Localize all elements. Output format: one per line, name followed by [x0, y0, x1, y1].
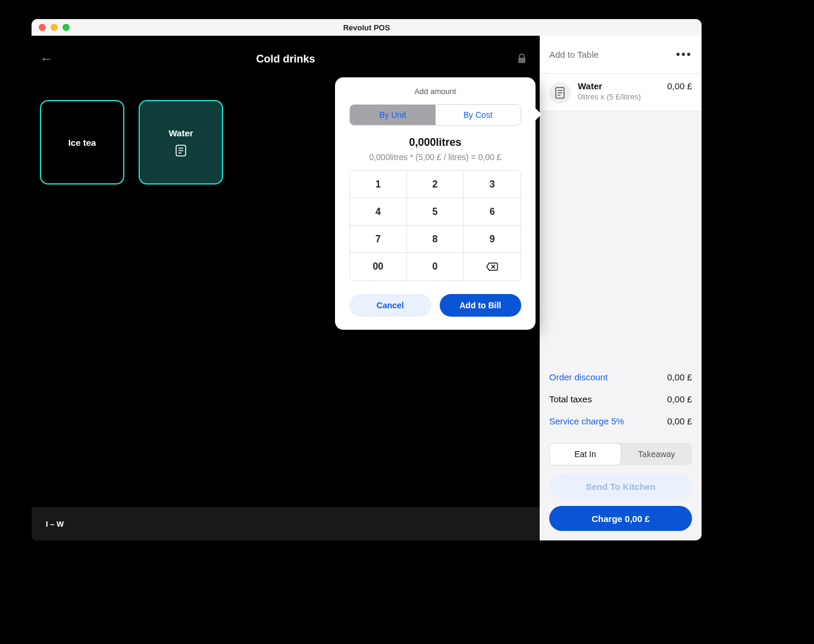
titlebar: Revolut POS	[32, 19, 702, 36]
filter-bar: I – W	[32, 507, 540, 540]
seg-eat-in[interactable]: Eat In	[549, 443, 621, 465]
add-amount-popover: Add amount By Unit By Cost 0,000litres 0…	[335, 77, 536, 330]
tab-by-unit[interactable]: By Unit	[350, 105, 436, 125]
note-icon	[174, 144, 187, 157]
key-5[interactable]: 5	[407, 198, 464, 226]
add-to-bill-button[interactable]: Add to Bill	[440, 294, 522, 317]
keypad: 1 2 3 4 5 6 7 8 9 00 0	[349, 170, 521, 281]
item-subtitle: 0litres x (5 £/litres)	[578, 92, 660, 101]
taxes-label: Total taxes	[549, 394, 592, 404]
product-tile-water[interactable]: Water	[139, 100, 223, 185]
service-charge-value: 0,00 £	[667, 416, 692, 426]
tile-label: Ice tea	[68, 137, 96, 148]
order-discount-value: 0,00 £	[667, 372, 692, 382]
key-8[interactable]: 8	[407, 226, 464, 253]
back-arrow-icon[interactable]: ←	[40, 51, 53, 67]
main-area: ← Cold drinks Ice tea Water	[32, 36, 540, 540]
totals-block: Order discount 0,00 £ Total taxes 0,00 £…	[540, 361, 702, 439]
key-2[interactable]: 2	[407, 171, 464, 198]
charge-button[interactable]: Charge 0,00 £	[549, 506, 692, 531]
category-header: ← Cold drinks	[32, 36, 540, 82]
amount-expression: 0,000litres * (5,00 £ / litres) = 0,00 £	[349, 152, 521, 162]
tab-by-cost[interactable]: By Cost	[436, 105, 521, 125]
item-name: Water	[578, 81, 660, 91]
popover-actions: Cancel Add to Bill	[349, 294, 521, 317]
key-7[interactable]: 7	[350, 226, 407, 253]
key-9[interactable]: 9	[464, 226, 521, 253]
amount-mode-toggle: By Unit By Cost	[349, 104, 521, 126]
app-window: Revolut POS ← Cold drinks Ice tea Wa	[32, 19, 702, 540]
service-charge-row[interactable]: Service charge 5% 0,00 £	[549, 410, 692, 432]
seg-takeaway[interactable]: Takeaway	[621, 443, 692, 465]
order-line-item[interactable]: Water 0litres x (5 £/litres) 0,00 £	[540, 74, 702, 111]
popover-title: Add amount	[349, 87, 521, 96]
order-discount-row[interactable]: Order discount 0,00 £	[549, 366, 692, 388]
item-meta: Water 0litres x (5 £/litres)	[578, 81, 660, 104]
order-sidebar: Add to Table ••• Water 0litres x (5 £/li…	[540, 36, 702, 540]
sidebar-spacer	[540, 111, 702, 361]
send-to-kitchen-button[interactable]: Send To Kitchen	[549, 474, 692, 499]
product-tile-ice-tea[interactable]: Ice tea	[40, 100, 124, 185]
key-00[interactable]: 00	[350, 253, 407, 280]
amount-display: 0,000litres	[349, 136, 521, 149]
item-icon	[549, 82, 571, 104]
dining-mode-toggle: Eat In Takeaway	[549, 443, 692, 465]
filter-range[interactable]: I – W	[46, 520, 64, 529]
sidebar-header-title[interactable]: Add to Table	[549, 49, 599, 60]
sidebar-header: Add to Table •••	[540, 36, 702, 74]
svg-rect-0	[518, 58, 525, 63]
service-charge-label: Service charge 5%	[549, 416, 624, 426]
more-menu-icon[interactable]: •••	[676, 48, 692, 61]
backspace-icon	[486, 262, 499, 271]
lock-icon[interactable]	[517, 54, 527, 64]
tile-label: Water	[168, 128, 193, 138]
key-3[interactable]: 3	[464, 171, 521, 198]
window-title: Revolut POS	[32, 23, 702, 32]
order-discount-label: Order discount	[549, 372, 608, 382]
key-4[interactable]: 4	[350, 198, 407, 226]
taxes-row: Total taxes 0,00 £	[549, 388, 692, 410]
app-body: ← Cold drinks Ice tea Water	[32, 36, 702, 540]
key-1[interactable]: 1	[350, 171, 407, 198]
key-backspace[interactable]	[464, 253, 521, 280]
key-6[interactable]: 6	[464, 198, 521, 226]
item-price: 0,00 £	[667, 81, 692, 104]
cancel-button[interactable]: Cancel	[349, 294, 431, 317]
key-0[interactable]: 0	[407, 253, 464, 280]
taxes-value: 0,00 £	[667, 394, 692, 404]
category-title: Cold drinks	[32, 53, 540, 65]
